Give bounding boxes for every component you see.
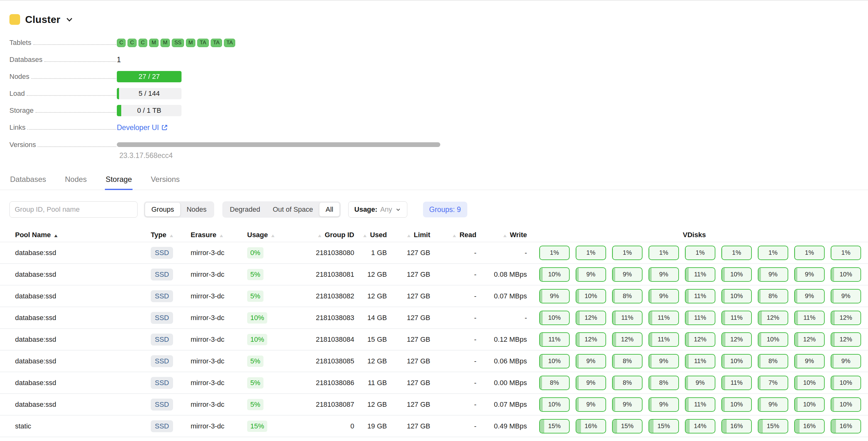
vdisk-badge[interactable]: 11% bbox=[685, 397, 715, 412]
column-header-erasure[interactable]: Erasure▲ bbox=[191, 231, 247, 239]
vdisk-badge[interactable]: 9% bbox=[576, 376, 606, 390]
vdisk-badge[interactable]: 11% bbox=[685, 289, 715, 304]
vdisk-badge[interactable]: 10% bbox=[539, 311, 570, 325]
vdisk-badge[interactable]: 10% bbox=[721, 267, 752, 282]
usage-filter-dropdown[interactable]: Usage: Any bbox=[348, 201, 407, 218]
column-header-used[interactable]: ▲Used bbox=[354, 231, 387, 239]
vdisk-badge[interactable]: 12% bbox=[612, 332, 643, 347]
column-header-limit[interactable]: ▲Limit bbox=[387, 231, 430, 239]
vdisk-badge[interactable]: 9% bbox=[649, 397, 679, 412]
vdisk-badge[interactable]: 9% bbox=[649, 289, 679, 304]
vdisk-badge[interactable]: 10% bbox=[721, 397, 752, 412]
vdisk-badge[interactable]: 10% bbox=[831, 397, 861, 412]
vdisk-badge[interactable]: 11% bbox=[685, 267, 715, 282]
vdisk-badge[interactable]: 12% bbox=[576, 311, 606, 325]
vdisk-badge[interactable]: 9% bbox=[685, 376, 715, 390]
vdisk-badge[interactable]: 12% bbox=[794, 332, 825, 347]
vdisk-badge[interactable]: 9% bbox=[831, 289, 861, 304]
vdisk-badge[interactable]: 9% bbox=[794, 354, 825, 369]
column-header-group-id[interactable]: ▲Group ID bbox=[301, 231, 354, 239]
vdisk-badge[interactable]: 11% bbox=[612, 311, 643, 325]
state-option-out-of-space[interactable]: Out of Space bbox=[266, 202, 319, 216]
group-pool-search-input[interactable] bbox=[9, 201, 137, 218]
vdisk-badge[interactable]: 9% bbox=[649, 267, 679, 282]
chevron-down-icon[interactable] bbox=[65, 15, 73, 24]
entity-option-nodes[interactable]: Nodes bbox=[180, 202, 213, 216]
vdisk-badge[interactable]: 10% bbox=[721, 354, 752, 369]
vdisk-badge[interactable]: 10% bbox=[576, 289, 606, 304]
vdisk-badge[interactable]: 10% bbox=[794, 397, 825, 412]
vdisk-badge[interactable]: 9% bbox=[539, 289, 570, 304]
vdisk-badge[interactable]: 9% bbox=[758, 397, 788, 412]
tab-databases[interactable]: Databases bbox=[9, 175, 47, 190]
vdisk-badge[interactable]: 10% bbox=[831, 376, 861, 390]
vdisk-badge[interactable]: 10% bbox=[539, 267, 570, 282]
tablet-type-badge[interactable]: TA bbox=[224, 39, 235, 47]
vdisk-badge[interactable]: 12% bbox=[721, 332, 752, 347]
vdisk-badge[interactable]: 15% bbox=[649, 419, 679, 434]
vdisk-badge[interactable]: 8% bbox=[758, 289, 788, 304]
vdisk-badge[interactable]: 9% bbox=[794, 267, 825, 282]
vdisk-badge[interactable]: 11% bbox=[794, 311, 825, 325]
column-header-pool-name[interactable]: Pool Name▲ bbox=[15, 231, 151, 239]
tablet-type-badge[interactable]: M bbox=[160, 39, 170, 47]
vdisk-badge[interactable]: 11% bbox=[721, 311, 752, 325]
column-header-write[interactable]: ▲Write bbox=[476, 231, 527, 239]
vdisk-badge[interactable]: 11% bbox=[649, 311, 679, 325]
vdisk-badge[interactable]: 10% bbox=[539, 397, 570, 412]
vdisk-badge[interactable]: 9% bbox=[794, 289, 825, 304]
vdisk-badge[interactable]: 1% bbox=[758, 246, 788, 260]
vdisk-badge[interactable]: 9% bbox=[612, 267, 643, 282]
vdisk-badge[interactable]: 1% bbox=[721, 246, 752, 260]
tab-versions[interactable]: Versions bbox=[150, 175, 180, 190]
tablet-type-badge[interactable]: C bbox=[138, 39, 147, 47]
tablet-type-badge[interactable]: C bbox=[117, 39, 126, 47]
tab-storage[interactable]: Storage bbox=[105, 175, 132, 190]
vdisk-badge[interactable]: 10% bbox=[721, 289, 752, 304]
vdisk-badge[interactable]: 8% bbox=[612, 289, 643, 304]
vdisk-badge[interactable]: 16% bbox=[794, 419, 825, 434]
vdisk-badge[interactable]: 8% bbox=[758, 354, 788, 369]
vdisk-badge[interactable]: 7% bbox=[758, 376, 788, 390]
vdisk-badge[interactable]: 12% bbox=[831, 332, 861, 347]
vdisk-badge[interactable]: 15% bbox=[758, 419, 788, 434]
vdisk-badge[interactable]: 1% bbox=[576, 246, 606, 260]
vdisk-badge[interactable]: 11% bbox=[685, 311, 715, 325]
vdisk-badge[interactable]: 16% bbox=[831, 419, 861, 434]
vdisk-badge[interactable]: 11% bbox=[539, 332, 570, 347]
vdisk-badge[interactable]: 16% bbox=[576, 419, 606, 434]
column-header-usage[interactable]: Usage▲ bbox=[247, 231, 301, 239]
vdisk-badge[interactable]: 11% bbox=[721, 376, 752, 390]
tab-nodes[interactable]: Nodes bbox=[64, 175, 87, 190]
vdisk-badge[interactable]: 10% bbox=[794, 376, 825, 390]
vdisk-badge[interactable]: 8% bbox=[612, 354, 643, 369]
tablet-type-badge[interactable]: TA bbox=[197, 39, 209, 47]
vdisk-badge[interactable]: 10% bbox=[758, 332, 788, 347]
vdisk-badge[interactable]: 16% bbox=[721, 419, 752, 434]
tablet-type-badge[interactable]: M bbox=[186, 39, 195, 47]
developer-ui-link[interactable]: Developer UI bbox=[117, 123, 168, 132]
vdisk-badge[interactable]: 14% bbox=[685, 419, 715, 434]
vdisk-badge[interactable]: 12% bbox=[685, 332, 715, 347]
vdisk-badge[interactable]: 9% bbox=[831, 354, 861, 369]
vdisk-badge[interactable]: 12% bbox=[831, 311, 861, 325]
vdisk-badge[interactable]: 12% bbox=[576, 332, 606, 347]
vdisk-badge[interactable]: 8% bbox=[612, 376, 643, 390]
entity-option-groups[interactable]: Groups bbox=[145, 202, 180, 216]
vdisk-badge[interactable]: 1% bbox=[649, 246, 679, 260]
vdisk-badge[interactable]: 9% bbox=[576, 354, 606, 369]
vdisk-badge[interactable]: 8% bbox=[649, 376, 679, 390]
vdisk-badge[interactable]: 1% bbox=[612, 246, 643, 260]
vdisk-badge[interactable]: 9% bbox=[758, 267, 788, 282]
vdisk-badge[interactable]: 1% bbox=[685, 246, 715, 260]
state-option-all[interactable]: All bbox=[319, 202, 339, 216]
vdisk-badge[interactable]: 1% bbox=[831, 246, 861, 260]
vdisk-badge[interactable]: 11% bbox=[685, 354, 715, 369]
vdisk-badge[interactable]: 10% bbox=[831, 267, 861, 282]
vdisk-badge[interactable]: 9% bbox=[576, 267, 606, 282]
tablet-type-badge[interactable]: C bbox=[127, 39, 136, 47]
tablet-type-badge[interactable]: TA bbox=[211, 39, 222, 47]
vdisk-badge[interactable]: 8% bbox=[539, 376, 570, 390]
vdisk-badge[interactable]: 10% bbox=[539, 354, 570, 369]
vdisk-badge[interactable]: 9% bbox=[612, 397, 643, 412]
